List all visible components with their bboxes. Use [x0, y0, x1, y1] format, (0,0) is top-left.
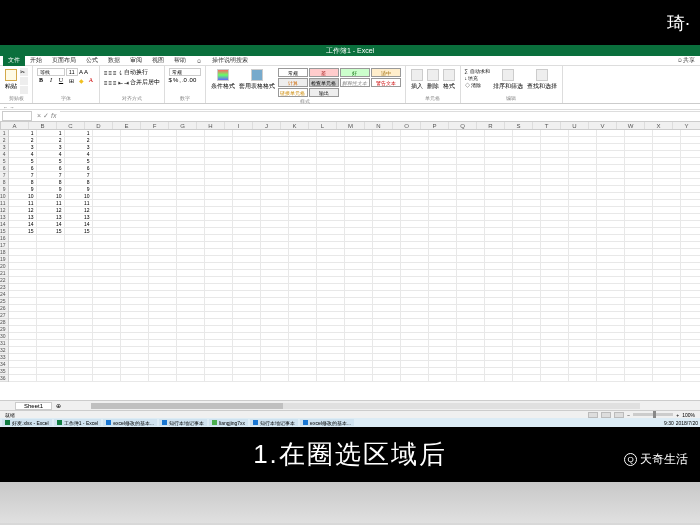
cell[interactable]	[177, 200, 205, 207]
cell[interactable]	[261, 158, 289, 165]
cell[interactable]	[513, 200, 541, 207]
cell[interactable]	[205, 270, 233, 277]
cell[interactable]	[625, 193, 653, 200]
cell[interactable]	[121, 249, 149, 256]
cell[interactable]	[121, 312, 149, 319]
cell[interactable]	[317, 137, 345, 144]
cell[interactable]	[513, 256, 541, 263]
cell[interactable]	[597, 375, 625, 382]
cell[interactable]	[541, 340, 569, 347]
cell[interactable]	[149, 228, 177, 235]
cell[interactable]	[681, 256, 700, 263]
cell[interactable]	[261, 130, 289, 137]
cell[interactable]	[597, 193, 625, 200]
cell[interactable]	[653, 333, 681, 340]
cell[interactable]	[653, 214, 681, 221]
cell[interactable]	[597, 340, 625, 347]
cell[interactable]	[345, 228, 373, 235]
cell[interactable]	[541, 179, 569, 186]
cell[interactable]	[317, 284, 345, 291]
cell[interactable]	[569, 326, 597, 333]
cell[interactable]	[625, 235, 653, 242]
italic-button[interactable]: I	[47, 77, 55, 84]
cell[interactable]: 12	[9, 207, 37, 214]
cell[interactable]	[317, 277, 345, 284]
cell[interactable]	[597, 256, 625, 263]
cell[interactable]: 15	[37, 228, 65, 235]
cell[interactable]	[261, 340, 289, 347]
cell[interactable]	[289, 326, 317, 333]
cell[interactable]	[485, 207, 513, 214]
cell[interactable]	[65, 256, 93, 263]
cell[interactable]	[653, 137, 681, 144]
cell[interactable]	[121, 151, 149, 158]
cell[interactable]	[345, 249, 373, 256]
cell[interactable]	[513, 361, 541, 368]
cell[interactable]	[597, 130, 625, 137]
cell[interactable]	[625, 284, 653, 291]
cell[interactable]: 10	[65, 193, 93, 200]
cell[interactable]	[93, 354, 121, 361]
cell[interactable]	[541, 130, 569, 137]
cell[interactable]	[177, 242, 205, 249]
zoom-in-icon[interactable]: +	[676, 412, 679, 418]
font-name-select[interactable]: 等线	[37, 68, 65, 76]
cell[interactable]	[317, 361, 345, 368]
cell[interactable]	[37, 340, 65, 347]
cell[interactable]	[345, 144, 373, 151]
cell[interactable]	[401, 221, 429, 228]
cell[interactable]	[401, 172, 429, 179]
row-header[interactable]: 30	[0, 333, 8, 340]
cell[interactable]: 12	[37, 207, 65, 214]
cell[interactable]	[9, 263, 37, 270]
cell[interactable]	[233, 214, 261, 221]
new-sheet-icon[interactable]: ⊕	[56, 402, 61, 409]
cell[interactable]	[625, 144, 653, 151]
cell[interactable]	[401, 263, 429, 270]
cell[interactable]	[149, 305, 177, 312]
cell[interactable]	[513, 144, 541, 151]
cell[interactable]	[569, 333, 597, 340]
cell[interactable]	[541, 242, 569, 249]
cell[interactable]	[233, 284, 261, 291]
column-header[interactable]: P	[421, 122, 449, 129]
number-format-select[interactable]: 常规	[169, 68, 201, 76]
row-header[interactable]: 22	[0, 277, 8, 284]
cell[interactable]	[401, 312, 429, 319]
cell[interactable]	[653, 340, 681, 347]
tab-tellme[interactable]: 操作说明搜索	[207, 56, 253, 65]
cell[interactable]	[457, 298, 485, 305]
cell[interactable]	[569, 137, 597, 144]
cell[interactable]	[513, 165, 541, 172]
cell[interactable]	[65, 361, 93, 368]
cell[interactable]	[65, 270, 93, 277]
cell[interactable]	[289, 144, 317, 151]
cell[interactable]: 3	[9, 144, 37, 151]
cell[interactable]	[485, 263, 513, 270]
cell[interactable]	[317, 179, 345, 186]
cell[interactable]	[65, 326, 93, 333]
cell[interactable]	[345, 361, 373, 368]
cell[interactable]	[289, 193, 317, 200]
tab-data[interactable]: 数据	[103, 56, 125, 65]
align-center-icon[interactable]: ≡	[109, 80, 113, 86]
cell[interactable]	[289, 375, 317, 382]
cell[interactable]	[261, 298, 289, 305]
share-button[interactable]: ☺共享	[672, 56, 700, 65]
cell[interactable]	[261, 179, 289, 186]
cell[interactable]	[541, 207, 569, 214]
cell[interactable]	[457, 151, 485, 158]
cell[interactable]	[513, 305, 541, 312]
cell[interactable]	[513, 291, 541, 298]
cell[interactable]	[513, 277, 541, 284]
cell[interactable]: 14	[65, 221, 93, 228]
cell[interactable]	[261, 214, 289, 221]
cell[interactable]	[149, 368, 177, 375]
cell[interactable]	[569, 256, 597, 263]
cell[interactable]	[429, 319, 457, 326]
row-header[interactable]: 31	[0, 340, 8, 347]
row-header[interactable]: 35	[0, 368, 8, 375]
cell[interactable]	[429, 165, 457, 172]
cell[interactable]	[177, 221, 205, 228]
cell[interactable]	[177, 375, 205, 382]
